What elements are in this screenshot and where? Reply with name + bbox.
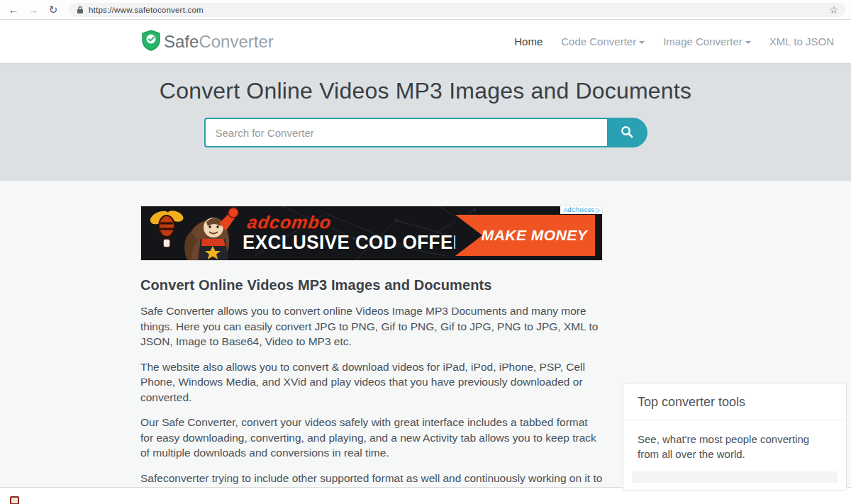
ad-headline: EXCLUSIVE COD OFFERS	[243, 232, 479, 254]
nav-item-home[interactable]: Home	[514, 35, 543, 47]
hero-section: Convert Online Videos MP3 Images and Doc…	[0, 63, 851, 181]
adchoices-label: AdChoices	[564, 206, 595, 213]
top-converter-tools-card: Top converter tools See, what're most pe…	[623, 383, 847, 491]
article-paragraph: Safe Converter allows you to convert onl…	[140, 303, 603, 349]
article-paragraph: Our Safe Converter, convert your videos …	[140, 415, 603, 461]
nav-label: Image Converter	[663, 35, 742, 47]
lock-icon	[77, 6, 84, 14]
ad-arrow-shape	[455, 215, 482, 256]
url-text: https://www.safetoconvert.com	[89, 6, 204, 14]
site-logo[interactable]: SafeConverter	[142, 30, 274, 54]
tools-card-description: See, what're most people converting from…	[623, 420, 846, 461]
shield-check-icon	[142, 30, 160, 54]
address-bar[interactable]: https://www.safetoconvert.com ☆	[69, 3, 845, 17]
nav-label: Code Converter	[561, 35, 636, 47]
forward-icon[interactable]: →	[26, 2, 41, 18]
reload-icon[interactable]: ↻	[45, 2, 61, 18]
ad-banner[interactable]: adcombo EXCLUSIVE COD OFFERS MAKE MONEY …	[140, 206, 603, 261]
nav-label: Home	[514, 35, 543, 47]
chevron-down-icon	[745, 41, 751, 44]
ad-cta-label: MAKE MONEY	[482, 227, 588, 244]
broken-image-icon	[10, 496, 19, 504]
main-nav: Home Code Converter Image Converter XML …	[514, 35, 834, 47]
bookmark-star-icon[interactable]: ☆	[829, 5, 838, 15]
main-content: adcombo EXCLUSIVE COD OFFERS MAKE MONEY …	[0, 181, 851, 487]
search-button[interactable]	[607, 118, 647, 147]
logo-text: SafeConverter	[164, 32, 274, 52]
ad-sponsor-text: adcombo	[246, 212, 333, 233]
hero-title: Convert Online Videos MP3 Images and Doc…	[0, 63, 851, 104]
chevron-down-icon	[639, 41, 645, 44]
nav-item-code-converter[interactable]: Code Converter	[561, 35, 645, 47]
nav-label: XML to JSON	[769, 35, 834, 47]
tools-card-title: Top converter tools	[623, 383, 846, 420]
article-paragraph: The website also allows you to convert &…	[140, 359, 603, 405]
tools-list-item-partial[interactable]	[632, 471, 838, 483]
search-icon	[621, 125, 633, 140]
back-icon[interactable]: ←	[6, 2, 21, 18]
logo-text-converter: Converter	[199, 32, 273, 51]
article: Convert Online Videos MP3 Images and Doc…	[140, 277, 603, 501]
nav-item-image-converter[interactable]: Image Converter	[663, 35, 751, 47]
site-header: SafeConverter Home Code Converter Image …	[0, 20, 851, 63]
logo-text-safe: Safe	[164, 32, 199, 51]
article-heading: Convert Online Videos MP3 Images and Doc…	[140, 277, 603, 293]
browser-toolbar: ← → ↻ https://www.safetoconvert.com ☆	[0, 0, 851, 20]
adchoices-play-icon: ▷	[596, 206, 601, 213]
nav-item-xml-to-json[interactable]: XML to JSON	[769, 35, 834, 47]
converter-search	[204, 118, 647, 147]
search-input[interactable]	[204, 118, 607, 147]
adchoices-badge[interactable]: AdChoices ▷	[560, 206, 602, 214]
sidebar: Top converter tools See, what're most pe…	[623, 206, 847, 501]
